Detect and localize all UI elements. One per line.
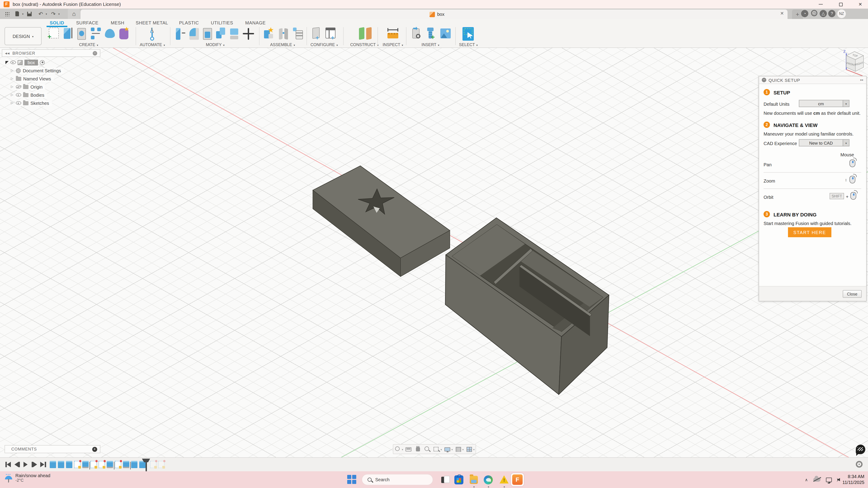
component-list-button[interactable]	[292, 27, 305, 41]
workspace-selector[interactable]: DESIGN ▾	[4, 27, 41, 45]
home-view-button[interactable]: ⌂	[68, 8, 80, 19]
timeline-feature-sketch-suppressed[interactable]	[158, 461, 164, 468]
document-tab-box[interactable]: box ✕	[81, 9, 787, 19]
joint-button[interactable]	[278, 27, 290, 41]
dropdown-caret-icon[interactable]: ▾	[843, 100, 849, 107]
3d-viewport[interactable]: TOP FRONT RIGHT Z X ◀◀ BROWSER − box ▷ D…	[0, 48, 868, 457]
group-automate[interactable]: AUTOMATE ▾	[140, 42, 165, 47]
timeline-feature-box[interactable]	[50, 461, 56, 468]
timeline-step-back-button[interactable]	[14, 461, 20, 468]
offset-face-button[interactable]	[229, 27, 241, 41]
help-button[interactable]: ?	[828, 10, 835, 17]
redo-button[interactable]: ↷▾	[49, 8, 60, 19]
group-create[interactable]: CREATE ▾	[79, 42, 98, 47]
timeline-feature-sketch[interactable]	[98, 461, 105, 468]
timeline-play-button[interactable]	[23, 461, 29, 468]
configure-button[interactable]: +	[311, 27, 324, 41]
browser-minimize-icon[interactable]: −	[93, 51, 97, 55]
expand-icon[interactable]: ▷	[11, 93, 13, 97]
feedback-bubble-button[interactable]	[856, 445, 865, 454]
group-construct[interactable]: CONSTRUCT ▾	[350, 42, 379, 47]
activate-radio-icon[interactable]	[40, 60, 45, 65]
comments-panel[interactable]: COMMENTS +	[4, 445, 100, 453]
tab-manage[interactable]: MANAGE	[245, 20, 266, 25]
file-menu-button[interactable]: ▾	[13, 8, 24, 19]
timeline-feature-box[interactable]	[66, 461, 72, 468]
dropdown-caret-icon[interactable]: ▾	[843, 140, 849, 146]
orbit-tool-button[interactable]	[395, 446, 402, 452]
extrude-button[interactable]	[62, 27, 74, 41]
form-button[interactable]	[104, 27, 117, 41]
pan-tool-button[interactable]	[414, 446, 422, 452]
move-button[interactable]	[242, 27, 255, 41]
timeline-feature-sketch-suppressed[interactable]	[150, 461, 156, 468]
timeline-step-forward-button[interactable]	[31, 461, 37, 468]
display-settings-button[interactable]	[444, 446, 451, 452]
start-button[interactable]	[347, 475, 356, 484]
box-body[interactable]	[445, 218, 609, 394]
restore-button[interactable]	[834, 0, 848, 8]
close-button[interactable]: ✕	[854, 0, 867, 8]
measure-button[interactable]	[387, 27, 400, 41]
zoom-window-button[interactable]	[433, 446, 440, 452]
alert-app-button[interactable]: !	[499, 475, 509, 485]
display-caret-icon[interactable]: ▾	[452, 448, 453, 451]
volume-button[interactable]	[837, 478, 838, 482]
expand-icon[interactable]: ▷	[11, 85, 13, 89]
tab-sheet-metal[interactable]: SHEET METAL	[135, 20, 168, 25]
extensions-button[interactable]: ◔	[801, 10, 808, 17]
tab-utilities[interactable]: UTILITIES	[211, 20, 233, 25]
document-tab-close-icon[interactable]: ✕	[780, 11, 784, 16]
visibility-eye-off-icon[interactable]	[16, 85, 22, 89]
timeline-feature-extrude[interactable]	[123, 461, 129, 468]
timeline-feature-sketch[interactable]	[74, 461, 81, 468]
cad-experience-dropdown[interactable]: New to CAD ▾	[799, 139, 849, 147]
press-pull-button[interactable]	[175, 27, 187, 41]
timeline-feature-box[interactable]	[131, 461, 137, 468]
expand-icon[interactable]: ▷	[11, 69, 13, 72]
group-insert[interactable]: INSERT ▾	[422, 42, 439, 47]
microsoft-store-button[interactable]	[454, 475, 464, 485]
group-assemble[interactable]: ASSEMBLE ▾	[270, 42, 295, 47]
orbit-caret-icon[interactable]: ▾	[402, 448, 403, 451]
save-button[interactable]	[25, 8, 34, 19]
app-grid-button[interactable]	[3, 8, 12, 19]
undo-button[interactable]: ↶▾	[36, 8, 47, 19]
expand-icon[interactable]	[5, 61, 8, 64]
view-cube[interactable]: TOP FRONT RIGHT Z X	[840, 50, 868, 79]
combine-button[interactable]	[215, 27, 228, 41]
lid-body[interactable]	[313, 166, 450, 276]
panel-dock-icon[interactable]: ▸▸	[860, 78, 864, 82]
timeline-feature-extrude[interactable]	[82, 461, 89, 468]
hidden-icons-chevron[interactable]: ∧	[805, 477, 808, 482]
group-select[interactable]: SELECT ▾	[459, 42, 478, 47]
onedrive-offline-icon[interactable]	[813, 478, 820, 482]
timeline-feature-extrude[interactable]	[107, 461, 113, 468]
new-component-button[interactable]	[263, 27, 276, 41]
browser-item-bodies[interactable]: ▷ Bodies	[11, 91, 47, 98]
group-configure[interactable]: CONFIGURE ▾	[310, 42, 338, 47]
default-units-dropdown[interactable]: cm ▾	[799, 100, 849, 107]
browser-item-sketches[interactable]: ▷ Sketches	[11, 99, 52, 107]
group-inspect[interactable]: INSPECT ▾	[383, 42, 403, 47]
tab-solid[interactable]: SOLID	[50, 20, 64, 25]
taskbar-search[interactable]: Search	[362, 474, 433, 485]
timeline-feature-sketch[interactable]	[90, 461, 97, 468]
quick-setup-close-button[interactable]: Close	[843, 290, 862, 298]
browser-item-origin[interactable]: ▷ Origin	[11, 83, 45, 90]
automate-button[interactable]	[146, 27, 159, 41]
grid-caret-icon[interactable]: ▾	[462, 448, 464, 451]
timeline-playhead[interactable]	[146, 459, 147, 471]
job-status-button[interactable]: ◷	[811, 10, 817, 16]
visibility-eye-icon[interactable]	[16, 93, 22, 97]
pcb-button[interactable]	[118, 27, 131, 41]
timeline-feature-sketch[interactable]	[115, 461, 121, 468]
fillet-button[interactable]	[188, 27, 201, 41]
network-icon[interactable]	[826, 477, 832, 482]
panel-minimize-icon[interactable]: −	[762, 78, 766, 82]
configuration-table-button[interactable]: +	[324, 27, 337, 41]
insert-canvas-button[interactable]	[439, 27, 452, 41]
add-comment-icon[interactable]: +	[92, 447, 97, 452]
insert-fastener-button[interactable]: +	[425, 27, 438, 41]
start-here-button[interactable]: START HERE	[788, 227, 831, 237]
